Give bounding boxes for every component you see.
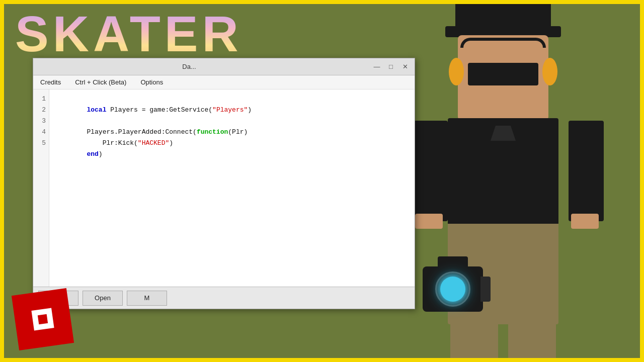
open-button[interactable]: Open	[83, 291, 123, 306]
more-button[interactable]: M	[127, 291, 167, 306]
skater-title: SKATER	[15, 5, 243, 63]
char-leg-left	[450, 319, 498, 362]
roblox-logo	[12, 288, 74, 350]
char-headband	[460, 38, 546, 48]
close-button[interactable]: ✕	[399, 61, 411, 72]
camera-prop	[423, 266, 483, 312]
title-bar: Da... — □ ✕	[33, 58, 415, 75]
line-num-2: 2	[33, 105, 49, 116]
roblox-logo-inner	[31, 308, 54, 330]
char-head	[458, 35, 548, 121]
camera-side-grip	[480, 277, 491, 302]
code-line-1: local Players = game:GetService("Players…	[55, 94, 409, 105]
window-buttons: — □ ✕	[371, 61, 411, 72]
line-num-5: 5	[33, 138, 49, 149]
roblox-square-icon	[38, 314, 48, 324]
char-hand-right	[571, 214, 599, 229]
line-num-1: 1	[33, 94, 49, 105]
line-numbers: 1 2 3 4 5	[33, 89, 49, 287]
char-glasses	[468, 63, 538, 85]
char-torso	[448, 118, 558, 229]
char-arm-left	[413, 121, 448, 221]
char-collar	[491, 126, 516, 141]
window-title: Da...	[37, 63, 341, 70]
camera-handle	[438, 256, 468, 269]
menu-bar: Credits Ctrl + Click (Beta) Options	[33, 75, 415, 89]
camera-body	[423, 266, 483, 312]
camera-lens-inner	[440, 277, 465, 302]
char-leg-right	[508, 319, 556, 362]
menu-ctrl-click[interactable]: Ctrl + Click (Beta)	[72, 77, 129, 87]
camera-lens-outer	[435, 272, 470, 307]
char-arm-right	[569, 121, 604, 221]
code-editor[interactable]: local Players = game:GetService("Players…	[49, 89, 415, 287]
char-headphone-right	[542, 58, 557, 85]
line-num-3: 3	[33, 116, 49, 127]
minimize-button[interactable]: —	[371, 61, 382, 72]
code-line-3: Players.PlayerAdded:Connect(function(Plr…	[55, 116, 409, 127]
editor-window: Da... — □ ✕ Credits Ctrl + Click (Beta) …	[33, 58, 415, 309]
editor-toolbar: Clear Open M	[33, 287, 415, 309]
char-headphone-left	[449, 58, 464, 85]
maximize-button[interactable]: □	[385, 61, 396, 72]
menu-options[interactable]: Options	[137, 77, 166, 87]
line-num-4: 4	[33, 127, 49, 138]
char-hat-top	[455, 0, 551, 30]
char-hand-left	[415, 214, 443, 229]
code-area: 1 2 3 4 5 local Players = game:GetServic…	[33, 89, 415, 287]
menu-credits[interactable]: Credits	[37, 77, 64, 87]
